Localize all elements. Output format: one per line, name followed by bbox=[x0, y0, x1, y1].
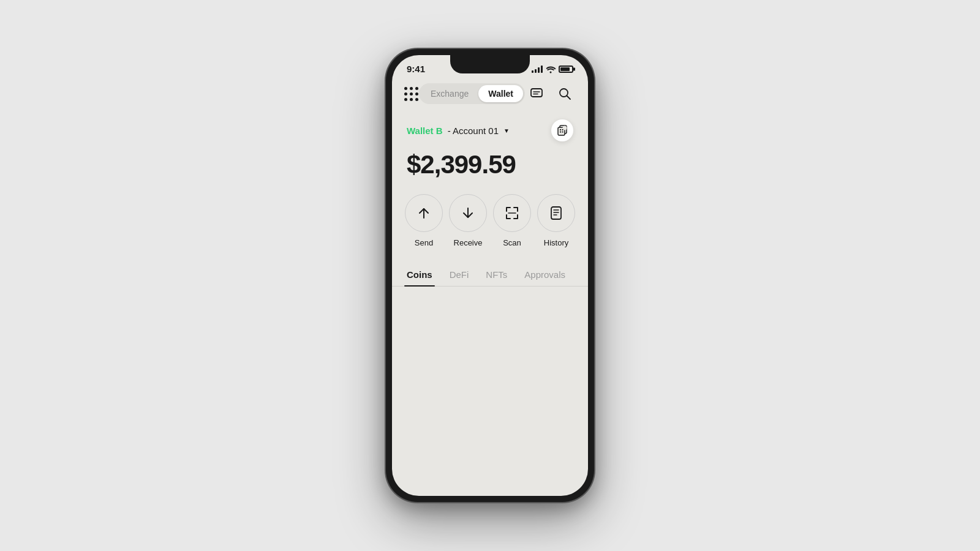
search-button[interactable] bbox=[554, 83, 576, 105]
svg-point-7 bbox=[563, 126, 567, 130]
message-icon bbox=[530, 87, 543, 100]
scan-icon bbox=[504, 205, 520, 221]
battery-icon bbox=[559, 66, 573, 73]
header-action-buttons bbox=[526, 83, 576, 105]
status-time: 9:41 bbox=[407, 64, 425, 74]
wifi-icon bbox=[546, 66, 556, 73]
scan-icon-circle bbox=[493, 194, 531, 232]
content-tabs: Coins DeFi NFTs Approvals bbox=[392, 264, 588, 287]
wallet-balance: $2,399.59 bbox=[392, 145, 588, 194]
send-icon bbox=[417, 206, 431, 220]
copy-address-button[interactable] bbox=[551, 119, 573, 141]
account-dropdown-arrow[interactable]: ▼ bbox=[503, 127, 510, 134]
tab-exchange[interactable]: Exchange bbox=[421, 85, 478, 102]
svg-rect-8 bbox=[560, 129, 561, 130]
tab-nfts[interactable]: NFTs bbox=[483, 264, 510, 286]
history-button[interactable]: History bbox=[537, 194, 575, 247]
send-button[interactable]: Send bbox=[405, 194, 443, 247]
app-header: Exchange Wallet bbox=[392, 78, 588, 112]
tab-wallet[interactable]: Wallet bbox=[478, 85, 523, 102]
svg-rect-11 bbox=[562, 132, 564, 133]
tab-defi[interactable]: DeFi bbox=[447, 264, 472, 286]
tab-approvals[interactable]: Approvals bbox=[522, 264, 568, 286]
svg-line-4 bbox=[567, 96, 571, 100]
receive-icon-circle bbox=[449, 194, 487, 232]
message-button[interactable] bbox=[526, 83, 548, 105]
signal-icon bbox=[532, 66, 543, 73]
status-icons bbox=[532, 66, 573, 73]
history-label: History bbox=[544, 238, 568, 247]
svg-rect-15 bbox=[551, 207, 561, 219]
send-icon-circle bbox=[405, 194, 443, 232]
history-icon bbox=[549, 206, 564, 220]
apps-grid-button[interactable] bbox=[404, 87, 418, 101]
send-label: Send bbox=[415, 238, 433, 247]
phone-notch bbox=[450, 55, 530, 73]
scan-button[interactable]: Scan bbox=[493, 194, 531, 247]
exchange-wallet-switcher: Exchange Wallet bbox=[419, 83, 525, 104]
action-buttons-row: Send Receive bbox=[392, 194, 588, 264]
history-icon-circle bbox=[537, 194, 575, 232]
account-row: Wallet B - Account 01 ▼ bbox=[392, 112, 588, 145]
scan-label: Scan bbox=[503, 238, 521, 247]
receive-button[interactable]: Receive bbox=[449, 194, 487, 247]
tab-coins[interactable]: Coins bbox=[404, 264, 435, 286]
account-name: - Account 01 bbox=[448, 126, 499, 136]
svg-rect-10 bbox=[560, 132, 561, 133]
svg-rect-9 bbox=[562, 129, 564, 130]
receive-label: Receive bbox=[454, 238, 483, 247]
receive-icon bbox=[461, 206, 475, 220]
phone-mockup: 9:41 bbox=[386, 49, 594, 502]
phone-screen: 9:41 bbox=[392, 55, 588, 496]
search-icon bbox=[558, 87, 571, 100]
wallet-name: Wallet B bbox=[407, 126, 443, 136]
svg-rect-0 bbox=[531, 89, 542, 97]
copy-address-icon bbox=[557, 125, 568, 136]
